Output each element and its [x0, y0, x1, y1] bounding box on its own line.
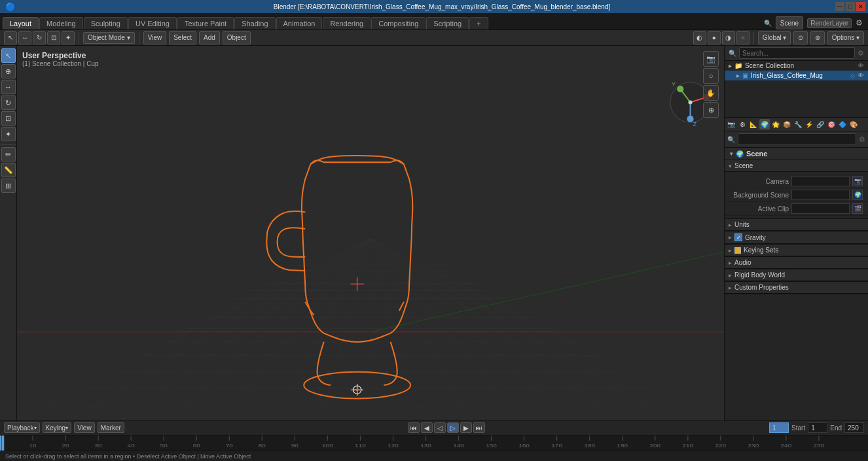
viewport-shading-4[interactable]: ○	[736, 31, 750, 44]
move-tool-btn[interactable]: ↔	[1, 80, 16, 94]
transform-tool-btn[interactable]: ✦	[1, 127, 16, 141]
timeline-ruler[interactable]: 10 20 30 40 50 60 70 80 90	[0, 435, 868, 451]
play-reverse-btn[interactable]: ◁	[434, 422, 446, 433]
next-keyframe-btn[interactable]: ▶	[460, 422, 472, 433]
cursor-tool[interactable]: ↖	[4, 31, 17, 44]
particles-props-icon[interactable]: ⚡	[804, 119, 814, 129]
rigid-body-header[interactable]: ▸ Rigid Body World	[725, 269, 868, 281]
viewport-pan-btn[interactable]: ✋	[703, 85, 719, 101]
tab-sculpting[interactable]: Sculpting	[84, 17, 128, 29]
scene-dropdown[interactable]: Scene	[776, 16, 803, 29]
jump-end-btn[interactable]: ⏭	[473, 422, 485, 433]
minimize-button[interactable]: —	[835, 2, 844, 11]
props-filter-icon[interactable]: ⚙	[859, 135, 865, 144]
camera-icon-btn[interactable]: 📷	[852, 176, 863, 186]
timeline-menu-view[interactable]: View	[74, 422, 95, 433]
tab-shading[interactable]: Shading	[234, 17, 275, 29]
audio-header[interactable]: ▸ Audio	[725, 257, 868, 269]
viewport-shading-1[interactable]: ◐	[693, 31, 706, 44]
gravity-checkbox[interactable]: ✓	[734, 233, 742, 241]
options-btn[interactable]: Options ▾	[827, 31, 864, 44]
tab-modeling[interactable]: Modeling	[39, 17, 83, 29]
tab-layout[interactable]: Layout	[3, 17, 39, 29]
props-search-input[interactable]	[738, 133, 856, 145]
snap-toggle[interactable]: ⊙	[793, 31, 808, 44]
timeline-menu-keying[interactable]: Keying ▾	[43, 422, 72, 433]
tab-texture-paint[interactable]: Texture Paint	[177, 17, 234, 29]
play-btn[interactable]: ▷	[447, 422, 459, 433]
constraints-props-icon[interactable]: 🎯	[826, 119, 837, 129]
mug-item[interactable]: ▸ ▣ Irish_Glass_Coffee_Mug ◇ 👁	[725, 71, 868, 80]
scale-tool[interactable]: ⊡	[47, 31, 60, 44]
scene-collection-item[interactable]: ▸ 📁 Scene Collection 👁	[725, 61, 868, 71]
select-tool-btn[interactable]: ↖	[1, 48, 16, 63]
svg-text:110: 110	[355, 442, 366, 448]
bg-scene-icon-btn[interactable]: 🌍	[852, 190, 863, 200]
select-menu[interactable]: Select	[169, 31, 196, 44]
scene-subsection-header[interactable]: ▾ Scene	[725, 160, 868, 172]
jump-start-btn[interactable]: ⏮	[408, 422, 420, 433]
viewport-shading-3[interactable]: ◑	[722, 31, 735, 44]
timeline-menu-marker[interactable]: Marker	[98, 422, 124, 433]
units-header[interactable]: ▸ Units	[725, 219, 868, 231]
measure-btn[interactable]: 📏	[1, 163, 16, 177]
svg-text:150: 150	[486, 442, 497, 448]
tab-rendering[interactable]: Rendering	[323, 17, 371, 29]
visibility-icon[interactable]: 👁	[858, 62, 864, 69]
current-frame-display[interactable]: 1	[769, 422, 789, 433]
collection-icon: 📁	[734, 62, 742, 69]
timeline-menu-playback[interactable]: Playback ▾	[4, 422, 40, 433]
data-props-icon[interactable]: 🔷	[837, 119, 848, 129]
object-menu[interactable]: Object	[223, 31, 251, 44]
gravity-header[interactable]: ▸ ✓ Gravity	[725, 231, 868, 244]
custom-props-header[interactable]: ▸ Custom Properties	[725, 282, 868, 294]
active-clip-icon-btn[interactable]: 🎬	[852, 203, 863, 214]
material-props-icon[interactable]: 🎨	[848, 119, 859, 129]
viewport-orbit-btn[interactable]: ○	[703, 68, 719, 84]
modifier-props-icon[interactable]: 🔧	[793, 119, 803, 129]
physics-props-icon[interactable]: 🔗	[815, 119, 825, 129]
add-menu[interactable]: Add	[199, 31, 220, 44]
render-props-icon[interactable]: 📷	[726, 119, 736, 129]
cursor-tool-btn[interactable]: ⊕	[1, 64, 16, 78]
filter-icon[interactable]: ⚙	[858, 49, 864, 58]
tab-add[interactable]: +	[469, 17, 488, 29]
proportional-edit[interactable]: ⊛	[810, 31, 825, 44]
end-frame-input[interactable]: 250	[844, 422, 864, 433]
maximize-button[interactable]: □	[846, 2, 855, 11]
output-props-icon[interactable]: ⚙	[737, 119, 748, 129]
add-cube-btn[interactable]: ⊞	[1, 179, 16, 193]
close-button[interactable]: ✕	[856, 2, 865, 11]
object-mode-dropdown[interactable]: Object Mode ▾	[83, 32, 135, 44]
view-layer-props-icon[interactable]: 📐	[748, 119, 759, 129]
transform-tool[interactable]: ✦	[62, 31, 75, 44]
move-tool[interactable]: ↔	[18, 31, 31, 44]
mug-visibility-icon[interactable]: 👁	[858, 72, 864, 79]
tab-uv-editing[interactable]: UV Editing	[128, 17, 177, 29]
viewport[interactable]: X Y Z User Perspective (1) Scene Collect…	[17, 46, 724, 420]
filter-icon[interactable]: ⚙	[856, 18, 863, 27]
keying-sets-header[interactable]: ▸ Keying Sets	[725, 245, 868, 256]
annotate-btn[interactable]: ✏	[1, 147, 16, 162]
tab-compositing[interactable]: Compositing	[371, 17, 425, 29]
tab-scripting[interactable]: Scripting	[426, 17, 469, 29]
start-frame-input[interactable]: 1	[808, 422, 827, 433]
tab-animation[interactable]: Animation	[276, 17, 323, 29]
active-clip-input[interactable]	[791, 203, 850, 214]
svg-rect-104	[2, 435, 5, 451]
viewport-zoom-btn[interactable]: ⊕	[703, 102, 719, 118]
rotate-tool[interactable]: ↻	[33, 31, 46, 44]
global-local-toggle[interactable]: Global ▾	[758, 31, 791, 44]
world-props-icon[interactable]: 🌟	[770, 119, 781, 129]
rotate-tool-btn[interactable]: ↻	[1, 95, 16, 110]
outliner-search-input[interactable]	[739, 47, 855, 59]
scene-props-icon[interactable]: 🌍	[759, 119, 770, 129]
camera-input[interactable]	[791, 176, 850, 186]
prev-keyframe-btn[interactable]: ◀	[421, 422, 433, 433]
bg-scene-input[interactable]	[791, 190, 850, 200]
viewport-camera-btn[interactable]: 📷	[703, 51, 719, 67]
viewport-shading-2[interactable]: ●	[708, 31, 721, 44]
view-menu[interactable]: View	[143, 31, 167, 44]
scale-tool-btn[interactable]: ⊡	[1, 111, 16, 126]
object-props-icon[interactable]: 📦	[782, 119, 792, 129]
